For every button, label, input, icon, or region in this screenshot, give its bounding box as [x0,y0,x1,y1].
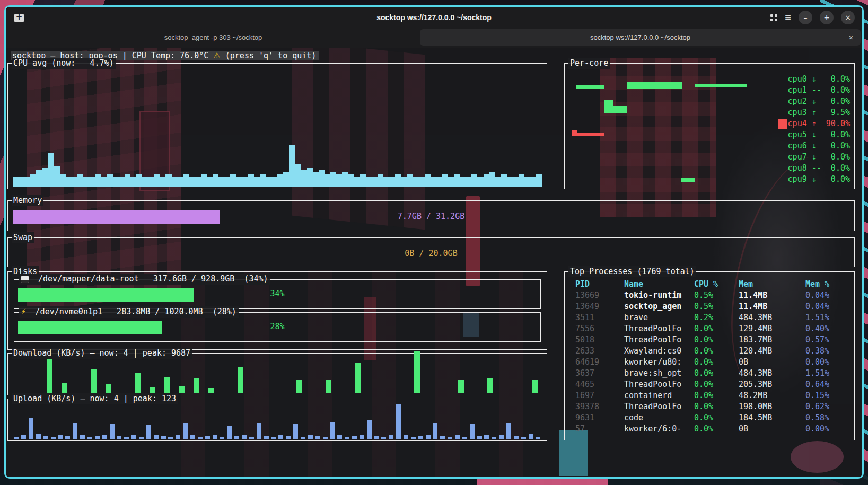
upload-chart [13,411,542,439]
chart-bar [36,170,42,187]
process-row: 9631code0.0%184.5MB0.58% [575,412,852,424]
chart-bar [24,177,30,187]
close-button[interactable]: × [841,11,855,24]
process-row: 13669tokio-runtim0.5%11.4MB0.04% [575,290,852,301]
per-core-title: Per-core [568,58,610,69]
chart-bar [161,436,166,439]
layout-grid-icon[interactable] [770,14,777,21]
chart-bar [227,426,232,439]
chart-bar [124,437,129,439]
chart-bar [119,177,125,187]
chart-bar [257,423,261,439]
swap-title: Swap [12,232,34,243]
chart-bar [487,378,493,393]
memory-label: 7.7GB / 31.2GB [13,211,849,221]
chart-bar [414,351,420,393]
process-table-header: PIDNameCPU %MemMem % [575,279,852,290]
cpu-avg-panel: CPU avg (now: 4.7%) [7,63,547,189]
titlebar[interactable]: socktop ws://127.0.0.0 ~/socktop ≡ – + × [6,7,862,28]
chart-bar [113,177,119,187]
chart-bar [208,388,214,393]
chart-bar [131,435,136,439]
chart-bar [381,437,386,439]
hamburger-menu-icon[interactable]: ≡ [785,12,791,23]
chart-bar [48,153,54,187]
chart-bar [29,418,33,439]
chart-bar [307,168,313,187]
chart-bar [51,437,56,439]
chart-bar [501,174,507,187]
chart-bar [36,434,41,439]
chart-bar [283,172,289,187]
chart-bar [442,174,448,187]
chart-bar [43,436,48,439]
tab-socktop-agent[interactable]: socktop_agent -p 303 ~/socktop [7,29,419,46]
chart-bar [65,436,70,439]
chart-bar [513,177,519,187]
swap-label: 0B / 20.0GB [13,249,849,258]
chart-bar [77,174,83,187]
chart-bar [308,435,313,439]
core-row-cpu2: cpu2 ↓ 0.0% [788,96,850,107]
chart-bar [484,435,489,439]
download-chart [13,365,542,393]
chart-bar [234,436,239,439]
chart-bar [286,436,291,439]
chart-bar [242,177,248,187]
chart-bar [440,436,445,439]
chart-bar [107,174,113,187]
chart-bar [106,384,111,393]
tab-close-icon[interactable]: × [849,33,853,42]
memory-panel: Memory 7.7GB / 31.2GB [7,200,855,231]
chart-bar [14,437,19,439]
chart-bar [295,164,301,187]
new-tab-icon[interactable] [14,14,24,22]
chart-bar [425,174,431,187]
core-row-cpu4: cpu4 ↑ 90.0% [788,118,850,129]
chart-bar [154,435,159,439]
chart-bar [101,177,107,187]
chart-bar [248,174,254,187]
chart-bar [168,437,173,439]
chart-bar [139,437,144,439]
chart-bar [466,177,471,187]
chart-bar [296,380,302,393]
chart-bar [125,174,130,187]
window-title: socktop ws://127.0.0.0 ~/socktop [376,13,492,22]
core-row-cpu6: cpu6 ↓ 0.0% [788,140,850,152]
chart-bar [470,424,475,439]
maximize-button[interactable]: + [820,11,834,24]
chart-bar [189,177,195,187]
chart-bar [514,436,519,439]
core-sparkline-segment [577,133,604,136]
chart-bar [477,436,482,439]
chart-bar [448,437,452,439]
terminal-content[interactable]: socktop — host: pop-os | CPU Temp: 76.0°… [6,48,862,477]
chart-bar [325,174,330,187]
chart-bar [73,423,77,439]
chart-bar [530,177,536,187]
chart-bar [266,177,271,187]
chart-bar [401,177,407,187]
chart-bar [110,424,115,439]
chart-bar [462,437,467,439]
chart-bar [238,367,243,393]
tab-right-label: socktop ws://127.0.0.0 ~/socktop [590,33,690,41]
chart-bar [524,177,530,187]
minimize-button[interactable]: – [799,11,812,24]
chart-bar [102,435,107,439]
process-row: 57kworker/6:0-0.0%0B0.00% [575,424,852,435]
chart-bar [460,177,466,187]
chart-bar [218,177,224,187]
chart-bar [260,174,266,187]
tab-socktop-active[interactable]: socktop ws://127.0.0.0 ~/socktop × [420,29,861,46]
process-row: 7556ThreadPoolFo0.0%129.4MB0.40% [575,323,852,334]
chart-bar [194,378,199,393]
process-row: 5018ThreadPoolFo0.0%183.7MB0.57% [575,334,852,346]
core-row-cpu5: cpu5 ↓ 0.0% [788,129,850,140]
chart-bar [366,177,372,187]
chart-bar [42,168,48,187]
chart-bar [264,436,269,439]
chart-bar [95,174,101,187]
chart-bar [315,436,320,439]
